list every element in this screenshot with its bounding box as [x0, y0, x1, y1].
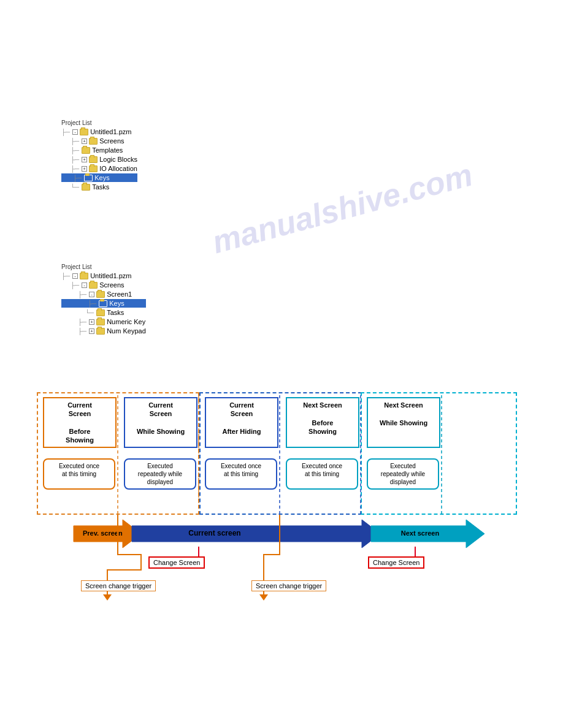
tree2-item-screens[interactable]: ├─ - Screens: [61, 281, 146, 289]
folder-icon: [96, 309, 105, 316]
exec-boxes: Executed onceat this timing Executedrepe…: [43, 458, 439, 490]
folder-icon: [80, 129, 88, 135]
item-label: Keys: [94, 174, 109, 181]
expand-icon[interactable]: +: [82, 157, 87, 162]
header-boxes: CurrentScreenBeforeShowing CurrentScreen…: [43, 397, 440, 448]
header-label: CurrentScreenWhile Showing: [137, 401, 185, 435]
tree1-item-keys[interactable]: ├─ Keys: [61, 173, 137, 182]
folder-icon: [82, 147, 90, 154]
tree-panel-1: Project List ├─ - Untitled1.pzm ├─ + Scr…: [61, 119, 137, 191]
tree1-root: ├─ - Untitled1.pzm ├─ + Screens ├─ Templ…: [61, 127, 137, 191]
expand-icon[interactable]: -: [72, 129, 78, 135]
trigger-label-1: Screen change trigger: [81, 580, 156, 591]
tree1-item-logic-blocks[interactable]: ├─ + Logic Blocks: [61, 155, 137, 164]
folder-icon: [89, 165, 98, 172]
tree2-root-item[interactable]: ├─ - Untitled1.pzm: [61, 271, 146, 280]
exec-box-2: Executedrepeatedly whiledisplayed: [124, 458, 196, 490]
header-label: CurrentScreenAfter Hiding: [223, 401, 261, 435]
tree-connector: ├─: [78, 328, 86, 335]
tree-connector: ├─: [78, 319, 86, 325]
tree-connector: ├─: [71, 165, 79, 172]
expand-icon[interactable]: +: [82, 166, 87, 172]
item-label: Tasks: [92, 183, 109, 191]
tree2-item-tasks[interactable]: └─ Tasks: [61, 308, 146, 317]
svg-marker-11: [103, 594, 112, 601]
tree2-label: Project List: [61, 264, 146, 270]
item-label: IO Allocation: [99, 165, 137, 172]
svg-text:Next screen: Next screen: [401, 529, 440, 537]
tree-connector: ├─: [78, 291, 86, 298]
folder-icon: [89, 282, 98, 289]
header-label: CurrentScreenBeforeShowing: [66, 401, 94, 444]
tree-connector: ├─: [88, 300, 96, 307]
svg-marker-7: [132, 520, 380, 548]
expand-icon[interactable]: +: [82, 138, 87, 144]
header-current-before: CurrentScreenBeforeShowing: [43, 397, 117, 448]
tree-connector: ├─: [71, 156, 79, 163]
change-screen-label-1: Change Screen: [148, 556, 205, 569]
header-next-before: Next ScreenBeforeShowing: [286, 397, 359, 448]
tree1-item-tasks[interactable]: └─ Tasks: [61, 183, 137, 191]
tree1-item-io[interactable]: ├─ + IO Allocation: [61, 164, 137, 173]
tree-panel-2: Project List ├─ - Untitled1.pzm ├─ - Scr…: [61, 264, 146, 335]
diagram-area: Prev. screen Current screen Next screen: [37, 392, 521, 601]
folder-icon: [89, 156, 98, 163]
tree1-item-screens[interactable]: ├─ + Screens: [61, 137, 137, 145]
tree-connector: └─: [71, 184, 79, 191]
item-label: Numeric Key: [107, 318, 145, 325]
header-current-after: CurrentScreenAfter Hiding: [205, 397, 278, 448]
tree-connector: ├─: [71, 138, 79, 145]
header-label: Next ScreenBeforeShowing: [303, 401, 342, 435]
item-label: Screens: [99, 137, 124, 145]
diagram-wrapper: Prev. screen Current screen Next screen: [37, 392, 521, 601]
svg-marker-12: [259, 594, 268, 601]
tree2-root: ├─ - Untitled1.pzm ├─ - Screens ├─ - Scr…: [61, 271, 146, 335]
item-label: Templates: [92, 146, 123, 154]
tree2-item-num-keypad[interactable]: ├─ + Num Keypad: [61, 327, 146, 335]
trigger-label-2: Screen change trigger: [251, 580, 326, 591]
item-label: Logic Blocks: [99, 156, 137, 163]
exec-label: Executedrepeatedly whiledisplayed: [381, 463, 425, 485]
tree2-item-keys[interactable]: ├─ Keys: [61, 299, 146, 308]
tree-connector: ├─: [71, 147, 79, 154]
folder-icon: [80, 273, 88, 279]
exec-label: Executed onceat this timing: [59, 463, 99, 477]
expand-icon[interactable]: -: [89, 292, 94, 297]
expand-icon[interactable]: +: [89, 319, 94, 325]
tree2-item-numeric-key[interactable]: ├─ + Numeric Key: [61, 317, 146, 326]
tree-connector: └─: [85, 309, 94, 316]
exec-label: Executed onceat this timing: [221, 463, 261, 477]
exec-box-4: Executed onceat this timing: [286, 458, 358, 490]
exec-label: Executedrepeatedly whiledisplayed: [138, 463, 182, 485]
tree-connector: ├─: [71, 282, 79, 289]
tree-connector: ├─: [73, 175, 82, 181]
tree2-root-label: Untitled1.pzm: [90, 272, 131, 279]
expand-icon[interactable]: -: [72, 273, 78, 279]
item-label: Num Keypad: [107, 327, 146, 335]
tree1-root-item[interactable]: ├─ - Untitled1.pzm: [61, 127, 137, 136]
folder-icon: [99, 300, 107, 307]
expand-icon[interactable]: +: [89, 328, 94, 334]
header-next-while: Next ScreenWhile Showing: [367, 397, 440, 448]
folder-icon: [96, 291, 105, 298]
item-label: Screen1: [107, 290, 132, 298]
watermark: manualshive.com: [209, 156, 477, 261]
item-label: Tasks: [107, 309, 124, 316]
tree1-root-label: Untitled1.pzm: [90, 128, 131, 135]
item-label: Keys: [109, 300, 124, 307]
tree-connector: ├─: [61, 273, 70, 279]
item-label: Screens: [99, 281, 124, 289]
svg-text:Prev. screen: Prev. screen: [83, 529, 123, 537]
header-label: Next ScreenWhile Showing: [380, 401, 427, 427]
header-current-while: CurrentScreenWhile Showing: [124, 397, 197, 448]
folder-icon: [96, 319, 105, 325]
exec-box-3: Executed onceat this timing: [205, 458, 277, 490]
tree-connector: ├─: [61, 129, 70, 135]
exec-box-1: Executed onceat this timing: [43, 458, 115, 490]
expand-icon[interactable]: -: [82, 282, 87, 288]
exec-box-5: Executedrepeatedly whiledisplayed: [367, 458, 439, 490]
folder-icon: [84, 175, 93, 181]
tree1-item-templates[interactable]: ├─ Templates: [61, 146, 137, 154]
tree1-label: Project List: [61, 119, 137, 126]
tree2-item-screen1[interactable]: ├─ - Screen1: [61, 290, 146, 298]
